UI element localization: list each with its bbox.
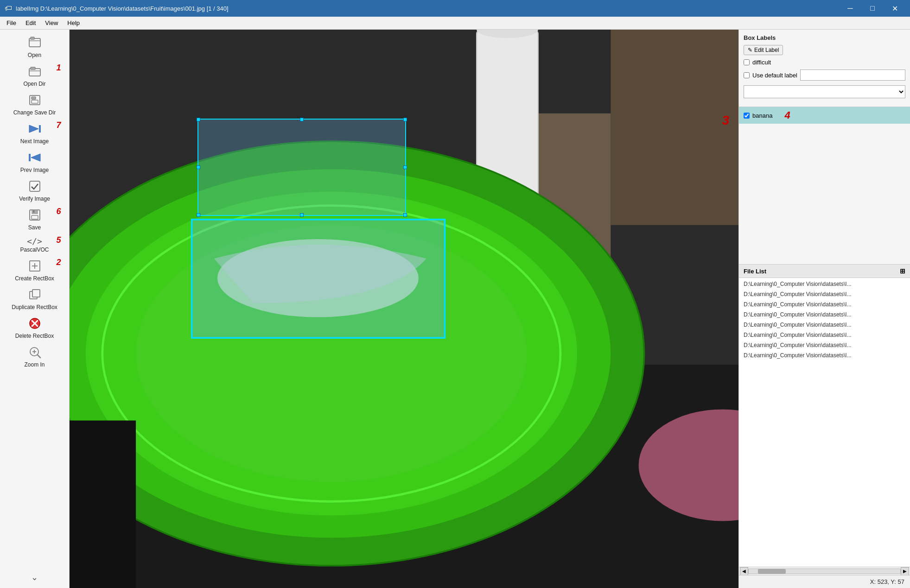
list-item[interactable]: D:\Learning\0_Computer Vision\datasets\I… bbox=[739, 299, 910, 310]
next-image-number: 7 bbox=[56, 120, 61, 130]
svg-rect-3 bbox=[31, 67, 35, 70]
prev-image-button[interactable]: Prev Image bbox=[5, 148, 65, 176]
open-dir-button[interactable]: Open Dir 1 bbox=[5, 62, 65, 90]
list-item[interactable]: D:\Learning\0_Computer Vision\datasets\I… bbox=[739, 340, 910, 350]
menu-file[interactable]: File bbox=[2, 18, 21, 28]
svg-marker-9 bbox=[31, 154, 40, 161]
pascal-voc-icon: </> bbox=[27, 237, 42, 246]
svg-rect-11 bbox=[30, 181, 40, 191]
scene-svg bbox=[70, 30, 738, 588]
use-default-label-checkbox[interactable] bbox=[744, 72, 750, 78]
menu-view[interactable]: View bbox=[40, 18, 63, 28]
save-label: Save bbox=[28, 224, 41, 231]
label-item-banana[interactable]: banana 4 bbox=[739, 107, 910, 124]
right-panel: Box Labels ✎ Edit Label difficult Use de… bbox=[738, 30, 910, 588]
edit-label-button[interactable]: ✎ Edit Label bbox=[744, 45, 783, 55]
change-save-dir-button[interactable]: Change Save Dir bbox=[5, 91, 65, 119]
change-save-dir-icon bbox=[28, 94, 41, 108]
scroll-left-button[interactable]: ◀ bbox=[740, 567, 748, 575]
file-list-scrollbar[interactable]: ◀ ▶ bbox=[739, 567, 910, 575]
verify-image-button[interactable]: Verify Image bbox=[5, 177, 65, 205]
title-bar-controls: ─ □ ✕ bbox=[840, 0, 905, 17]
delete-rectbox-button[interactable]: Delete RectBox bbox=[5, 314, 65, 342]
svg-rect-20 bbox=[32, 290, 40, 297]
duplicate-rectbox-icon bbox=[28, 288, 41, 303]
svg-rect-14 bbox=[32, 215, 38, 219]
handle-left-mid[interactable] bbox=[197, 165, 200, 169]
zoom-in-icon bbox=[28, 346, 41, 360]
save-number: 6 bbox=[56, 207, 61, 216]
menu-help[interactable]: Help bbox=[63, 18, 84, 28]
default-label-input[interactable] bbox=[800, 70, 905, 81]
minimize-button[interactable]: ─ bbox=[840, 0, 861, 17]
file-list-expand-icon[interactable]: ⊞ bbox=[900, 267, 905, 275]
list-item[interactable]: D:\Learning\0_Computer Vision\datasets\I… bbox=[739, 320, 910, 330]
create-rectbox-icon bbox=[28, 259, 41, 274]
scrollbar-track[interactable] bbox=[748, 569, 901, 574]
create-rectbox-button[interactable]: Create RectBox 2 bbox=[5, 257, 65, 285]
open-dir-icon bbox=[28, 65, 41, 80]
file-list-header: File List ⊞ bbox=[739, 265, 910, 278]
label-banana-checkbox[interactable] bbox=[744, 113, 750, 119]
handle-bottom-left[interactable] bbox=[197, 213, 200, 217]
svg-rect-39 bbox=[70, 421, 136, 588]
menu-edit[interactable]: Edit bbox=[21, 18, 40, 28]
create-rectbox-number: 2 bbox=[56, 258, 61, 267]
next-image-button[interactable]: Next Image 7 bbox=[5, 120, 65, 147]
maximize-button[interactable]: □ bbox=[862, 0, 883, 17]
box-labels-section: Box Labels ✎ Edit Label difficult Use de… bbox=[739, 30, 910, 107]
edit-label-icon: ✎ bbox=[748, 47, 752, 53]
list-item[interactable]: D:\Learning\0_Computer Vision\datasets\I… bbox=[739, 330, 910, 340]
annotation-box[interactable] bbox=[197, 119, 406, 216]
svg-rect-8 bbox=[39, 125, 41, 133]
more-tools-button[interactable]: ⌄ bbox=[29, 570, 40, 584]
open-icon bbox=[28, 36, 41, 51]
image-canvas[interactable]: 3 bbox=[70, 30, 738, 588]
file-list-title: File List bbox=[744, 268, 766, 275]
difficult-label: difficult bbox=[752, 59, 771, 66]
handle-top-left[interactable] bbox=[197, 118, 200, 121]
pascal-voc-number: 5 bbox=[56, 235, 61, 245]
svg-rect-5 bbox=[32, 100, 38, 103]
app-body: Open Open Dir 1 Change Save Dir Next Ima… bbox=[0, 30, 910, 588]
delete-rectbox-icon bbox=[28, 317, 41, 332]
scroll-right-button[interactable]: ▶ bbox=[901, 567, 909, 575]
list-item[interactable]: D:\Learning\0_Computer Vision\datasets\I… bbox=[739, 289, 910, 299]
handle-right-mid[interactable] bbox=[403, 165, 407, 169]
svg-rect-13 bbox=[32, 210, 38, 214]
close-button[interactable]: ✕ bbox=[884, 0, 905, 17]
status-bar: X: 523, Y: 57 bbox=[739, 575, 910, 588]
next-image-icon bbox=[27, 122, 42, 137]
svg-rect-6 bbox=[32, 97, 36, 99]
open-button[interactable]: Open bbox=[5, 33, 65, 61]
svg-line-27 bbox=[38, 355, 40, 358]
save-button[interactable]: Save 6 bbox=[5, 206, 65, 234]
handle-top-mid[interactable] bbox=[300, 118, 304, 121]
zoom-in-button[interactable]: Zoom In bbox=[5, 343, 65, 371]
handle-top-right[interactable] bbox=[403, 118, 407, 121]
svg-rect-1 bbox=[31, 37, 34, 39]
file-list-content[interactable]: D:\Learning\0_Computer Vision\datasets\I… bbox=[739, 278, 910, 567]
open-dir-label: Open Dir bbox=[23, 81, 45, 87]
coords-display: X: 523, Y: 57 bbox=[870, 578, 904, 585]
canvas-area[interactable]: 3 bbox=[70, 30, 738, 588]
open-dir-number: 1 bbox=[56, 63, 61, 73]
create-rectbox-label: Create RectBox bbox=[15, 275, 54, 282]
scrollbar-thumb[interactable] bbox=[758, 569, 786, 574]
difficult-row: difficult bbox=[744, 59, 905, 66]
handle-bottom-right[interactable] bbox=[403, 213, 407, 217]
duplicate-rectbox-button[interactable]: Duplicate RectBox bbox=[5, 285, 65, 313]
label-dropdown[interactable] bbox=[744, 85, 905, 98]
list-item[interactable]: D:\Learning\0_Computer Vision\datasets\I… bbox=[739, 350, 910, 360]
open-label: Open bbox=[28, 52, 41, 58]
list-item[interactable]: D:\Learning\0_Computer Vision\datasets\I… bbox=[739, 279, 910, 289]
pascal-voc-button[interactable]: </> PascalVOC 5 bbox=[5, 234, 65, 256]
edit-label-text: Edit Label bbox=[754, 47, 779, 53]
app-icon: 🏷 bbox=[5, 4, 12, 13]
menu-bar: File Edit View Help bbox=[0, 17, 910, 30]
file-list-section: File List ⊞ D:\Learning\0_Computer Visio… bbox=[739, 265, 910, 575]
toolbar: Open Open Dir 1 Change Save Dir Next Ima… bbox=[0, 30, 70, 588]
list-item[interactable]: D:\Learning\0_Computer Vision\datasets\I… bbox=[739, 310, 910, 320]
handle-bottom-mid[interactable] bbox=[300, 213, 304, 217]
difficult-checkbox[interactable] bbox=[744, 59, 750, 65]
